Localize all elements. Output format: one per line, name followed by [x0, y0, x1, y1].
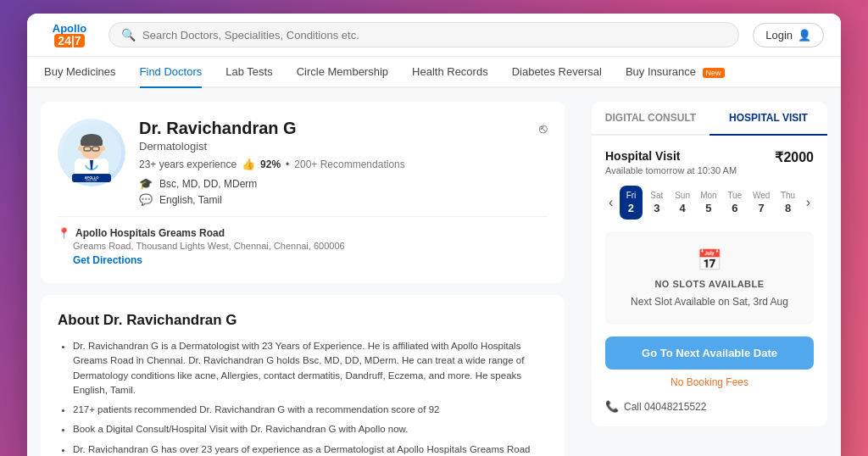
day-name: Wed: [753, 191, 770, 200]
cal-day-fri[interactable]: Fri 2: [620, 186, 642, 220]
day-name: Fri: [626, 191, 637, 200]
calendar-prev-button[interactable]: ‹: [605, 192, 616, 214]
nav-lab-tests[interactable]: Lab Tests: [225, 57, 272, 86]
nav-health-records[interactable]: Health Records: [412, 57, 488, 86]
booking-tabs: DIGITAL CONSULT HOSPITAL VISIT: [592, 102, 827, 136]
tab-hospital-visit[interactable]: HOSPITAL VISIT: [709, 102, 827, 136]
day-name: Mon: [700, 191, 716, 200]
about-title: About Dr. Ravichandran G: [58, 312, 548, 329]
thumbs-up-icon: 👍: [242, 158, 255, 170]
day-name: Thu: [781, 191, 795, 200]
doctor-meta: 🎓 Bsc, MD, DD, MDerm 💬 English, Tamil: [139, 177, 548, 206]
svg-rect-4: [81, 139, 103, 146]
cal-day-wed[interactable]: Wed 7: [749, 186, 773, 220]
list-item: 217+ patients recommended Dr. Ravichandr…: [73, 403, 548, 417]
day-num: 2: [628, 202, 634, 214]
logo-247: 24|7: [54, 34, 84, 47]
cal-day-tue[interactable]: Tue 6: [724, 186, 746, 220]
doctor-info: Dr. Ravichandran G ⎋ Dermatologist 23+ y…: [139, 119, 548, 206]
main-content: APOLLO DOCTOR Dr. Ravichandran G ⎋ Derma…: [27, 88, 841, 456]
day-num: 5: [705, 202, 711, 214]
tab-digital-consult[interactable]: DIGITAL CONSULT: [592, 102, 709, 136]
education-icon: 🎓: [139, 177, 153, 190]
user-icon: 👤: [798, 29, 811, 42]
calendar-days: Fri 2 Sat 3 Sun 4: [620, 186, 798, 220]
new-badge: New: [703, 68, 725, 78]
doctor-header: APOLLO DOCTOR Dr. Ravichandran G ⎋ Derma…: [58, 119, 548, 206]
list-item: Dr. Ravichandran G is a Dermatologist wi…: [73, 339, 548, 398]
svg-point-5: [78, 146, 83, 151]
visit-header: Hospital Visit Available tomorrow at 10:…: [605, 149, 814, 175]
day-num: 4: [679, 202, 685, 214]
location-address: Greams Road, Thousand Lights West, Chenn…: [73, 241, 548, 251]
qualifications-row: 🎓 Bsc, MD, DD, MDerm: [139, 177, 548, 190]
nav-circle-membership[interactable]: Circle Membership: [297, 57, 388, 86]
logo: Apollo 24|7: [44, 23, 95, 47]
day-num: 7: [759, 202, 765, 214]
call-label[interactable]: Call 04048215522: [624, 401, 706, 413]
next-slot-text: Next Slot Available on Sat, 3rd Aug: [631, 296, 788, 308]
no-slots-panel: 📅 NO SLOTS AVAILABLE Next Slot Available…: [605, 231, 814, 325]
phone-icon: 📞: [605, 400, 619, 413]
list-item: Book a Digital Consult/Hospital Visit wi…: [73, 422, 548, 437]
cal-day-sun[interactable]: Sun 4: [671, 186, 693, 220]
call-row: 📞 Call 04048215522: [605, 400, 814, 413]
day-num: 8: [785, 202, 791, 214]
recommendations: 200+ Recommendations: [294, 158, 404, 170]
search-icon: 🔍: [121, 28, 136, 42]
login-button[interactable]: Login 👤: [753, 23, 824, 47]
doctor-name: Dr. Ravichandran G: [139, 119, 297, 138]
get-directions-link[interactable]: Get Directions: [73, 254, 548, 266]
booking-card: DIGITAL CONSULT HOSPITAL VISIT Hospital …: [592, 102, 827, 426]
cal-day-thu[interactable]: Thu 8: [776, 186, 798, 220]
svg-point-6: [100, 146, 105, 151]
nav-find-doctors[interactable]: Find Doctors: [140, 57, 203, 88]
doctor-experience: 23+ years experience 👍 92% • 200+ Recomm…: [139, 158, 548, 170]
day-num: 3: [654, 202, 659, 214]
calendar-next-button[interactable]: ›: [803, 192, 814, 214]
experience-text: 23+ years experience: [139, 158, 236, 170]
search-bar[interactable]: 🔍: [108, 22, 739, 47]
cal-day-sat[interactable]: Sat 3: [646, 186, 668, 220]
visit-available: Available tomorrow at 10:30 AM: [605, 165, 737, 175]
separator: •: [286, 158, 289, 170]
day-name: Sun: [675, 191, 690, 200]
location-section: 📍 Apollo Hospitals Greams Road Greams Ro…: [58, 216, 548, 266]
avatar: APOLLO DOCTOR: [58, 119, 125, 186]
search-input[interactable]: [142, 29, 726, 42]
about-list: Dr. Ravichandran G is a Dermatologist wi…: [58, 339, 548, 456]
visit-info: Hospital Visit Available tomorrow at 10:…: [605, 149, 737, 175]
booking-body: Hospital Visit Available tomorrow at 10:…: [592, 136, 827, 426]
list-item: Dr. Ravichandran G has over 23 years of …: [73, 442, 548, 457]
day-name: Sat: [650, 191, 663, 200]
calendar-icon: 📅: [697, 248, 722, 272]
logo-apollo: Apollo: [53, 23, 86, 34]
languages: English, Tamil: [159, 194, 222, 206]
nav-buy-insurance[interactable]: Buy Insurance New: [626, 57, 725, 86]
svg-text:DOCTOR: DOCTOR: [86, 179, 98, 182]
left-panel: APOLLO DOCTOR Dr. Ravichandran G ⎋ Derma…: [27, 88, 578, 456]
nav-diabetes-reversal[interactable]: Diabetes Reversal: [512, 57, 602, 86]
login-label: Login: [765, 29, 793, 42]
right-panel: DIGITAL CONSULT HOSPITAL VISIT Hospital …: [578, 88, 841, 456]
nav-buy-medicines[interactable]: Buy Medicines: [44, 57, 116, 86]
cal-day-mon[interactable]: Mon 5: [697, 186, 720, 220]
share-icon[interactable]: ⎋: [539, 121, 548, 136]
qualifications: Bsc, MD, DD, MDerm: [159, 178, 257, 190]
doctor-name-row: Dr. Ravichandran G ⎋: [139, 119, 548, 138]
location-name: 📍 Apollo Hospitals Greams Road: [58, 227, 548, 239]
rating: 92%: [260, 158, 281, 170]
no-slots-text: NO SLOTS AVAILABLE: [654, 279, 764, 289]
visit-price: ₹2000: [775, 149, 814, 165]
header: Apollo 24|7 🔍 Login 👤: [27, 14, 841, 57]
day-name: Tue: [727, 191, 742, 200]
about-card: About Dr. Ravichandran G Dr. Ravichandra…: [41, 295, 565, 456]
languages-row: 💬 English, Tamil: [139, 193, 548, 206]
calendar-nav: ‹ Fri 2 Sat 3 Sun: [605, 186, 814, 220]
cta-button[interactable]: Go To Next Available Date: [605, 336, 814, 370]
day-num: 6: [732, 202, 737, 214]
language-icon: 💬: [139, 193, 153, 206]
no-booking-fee: No Booking Fees: [605, 376, 814, 388]
location-icon: 📍: [58, 227, 70, 239]
doctor-specialty: Dermatologist: [139, 140, 548, 153]
